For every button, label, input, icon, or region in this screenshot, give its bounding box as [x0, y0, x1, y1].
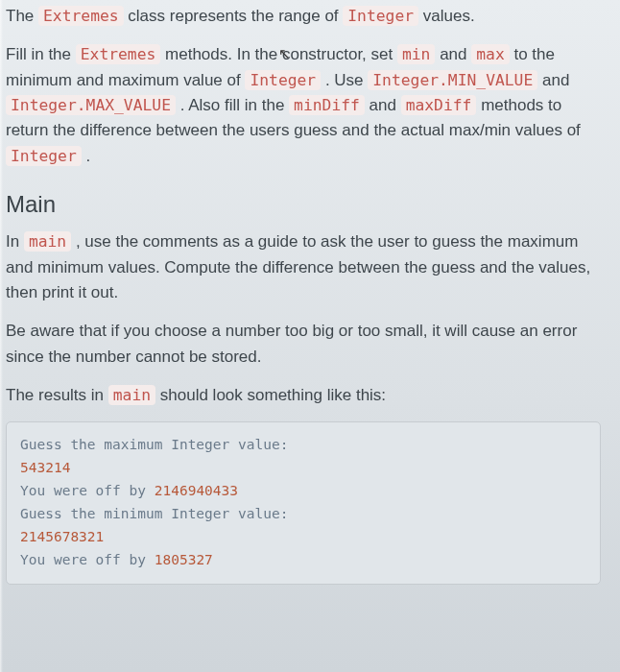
intro-paragraph-2: Fill in the Extremes methods. In the con…	[6, 42, 601, 169]
sample-output-block: Guess the maximum Integer value: 543214 …	[6, 421, 601, 585]
tok: value:	[238, 437, 288, 452]
code-max-value: Integer.MAX_VALUE	[6, 95, 176, 115]
text: Fill in the	[6, 45, 76, 63]
tok: You	[20, 483, 45, 498]
tok: by	[130, 483, 146, 498]
code-extremes: Extremes	[76, 44, 161, 64]
tok: off	[96, 483, 121, 498]
tok: value:	[238, 506, 288, 521]
exercise-page: The Extremes class represents the range …	[0, 0, 620, 672]
main-paragraph-2: Be aware that if you choose a number too…	[6, 319, 601, 370]
tok: the	[70, 506, 95, 521]
code-main: main	[24, 231, 71, 252]
code-extremes: Extremes	[38, 6, 124, 26]
tok: maximum	[104, 437, 162, 452]
number-literal: 2145678321	[20, 529, 104, 544]
code-min: min	[397, 44, 435, 64]
tok: minimum	[104, 506, 162, 521]
text: methods. In the constructor, set	[160, 45, 397, 63]
tok: by	[130, 552, 146, 567]
tok: Guess	[20, 506, 62, 521]
tok: off	[96, 552, 121, 567]
text: values.	[418, 7, 475, 25]
number-literal: 2146940433	[155, 483, 238, 498]
code-integer: Integer	[343, 6, 418, 26]
text: and	[435, 45, 471, 63]
text: In	[6, 232, 24, 251]
main-paragraph-3: The results in main should look somethin…	[6, 383, 601, 408]
tok: Guess	[20, 437, 62, 452]
main-paragraph-1: In main , use the comments as a guide to…	[6, 229, 601, 305]
number-literal: 543214	[20, 460, 70, 475]
tok: Integer	[171, 506, 229, 521]
tok: were	[54, 552, 87, 567]
section-heading-main: Main	[6, 186, 601, 222]
code-min-value: Integer.MIN_VALUE	[368, 70, 537, 90]
intro-paragraph-1: The Extremes class represents the range …	[6, 4, 601, 29]
code-integer: Integer	[245, 70, 321, 90]
text: , use the comments as a guide to ask the…	[6, 232, 590, 301]
code-max: max	[471, 44, 509, 64]
text: The	[6, 7, 38, 25]
tok: were	[54, 483, 87, 498]
code-main: main	[108, 385, 155, 405]
text: and	[365, 96, 401, 114]
tok: the	[70, 437, 95, 452]
code-mindiff: minDiff	[289, 95, 365, 115]
tok: Integer	[171, 437, 229, 452]
text: .	[82, 147, 90, 165]
text: and	[537, 71, 569, 89]
number-literal: 1805327	[155, 552, 213, 567]
code-maxdiff: maxDiff	[401, 95, 477, 115]
code-integer: Integer	[6, 146, 82, 166]
text: should look something like this:	[155, 386, 386, 404]
text: . Also fill in the	[176, 96, 289, 114]
tok: You	[20, 552, 45, 567]
text: class represents the range of	[124, 7, 344, 25]
text: The results in	[6, 386, 108, 404]
text: . Use	[321, 71, 368, 89]
